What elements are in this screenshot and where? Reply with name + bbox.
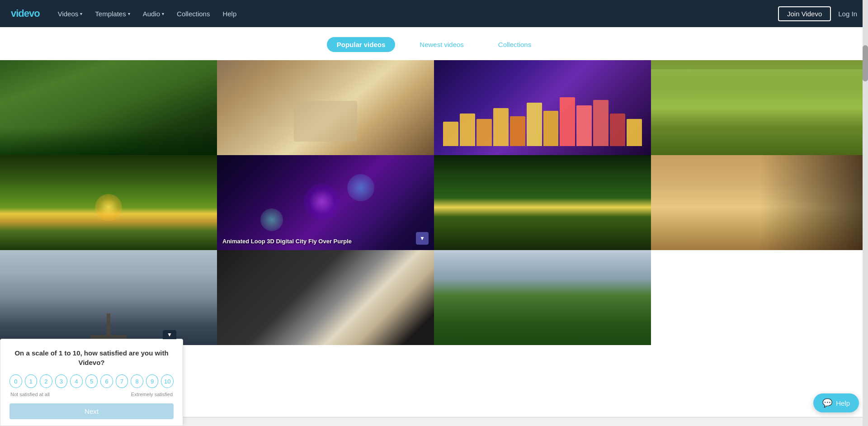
nav-help[interactable]: Help xyxy=(222,10,236,18)
navigation: videvo Videos ▾ Templates ▾ Audio ▾ Coll… xyxy=(0,0,868,27)
logo[interactable]: videvo xyxy=(11,8,40,19)
video-item[interactable] xyxy=(217,250,434,345)
nav-actions: Join Videvo Log In xyxy=(778,6,857,21)
video-item[interactable] xyxy=(651,155,868,250)
video-item[interactable]: Animated Loop 3D Digital City Fly Over P… xyxy=(217,155,434,250)
video-grid: Animated Loop 3D Digital City Fly Over P… xyxy=(0,60,868,345)
video-title: Animated Loop 3D Digital City Fly Over P… xyxy=(222,238,352,245)
tab-newest-videos[interactable]: Newest videos xyxy=(410,37,474,52)
chevron-down-icon: ▾ xyxy=(80,11,82,16)
tab-popular-videos[interactable]: Popular videos xyxy=(327,37,396,52)
video-item[interactable] xyxy=(0,60,217,155)
video-item[interactable] xyxy=(0,155,217,250)
video-expand-icon[interactable]: ▼ xyxy=(416,232,429,245)
logo-text: videvo xyxy=(11,8,40,19)
scrollbar-track[interactable] xyxy=(863,0,868,345)
nav-audio[interactable]: Audio ▾ xyxy=(143,10,164,18)
survey-collapse-button[interactable]: ▼ xyxy=(163,330,176,339)
chart-visualization xyxy=(443,92,642,146)
video-item[interactable] xyxy=(434,250,651,345)
video-item[interactable] xyxy=(434,60,651,155)
chevron-down-icon: ▾ xyxy=(162,11,164,16)
nav-collections[interactable]: Collections xyxy=(177,10,210,18)
video-item[interactable] xyxy=(0,250,217,345)
join-button[interactable]: Join Videvo xyxy=(778,6,831,21)
scrollbar-thumb[interactable] xyxy=(863,45,868,81)
video-item[interactable] xyxy=(217,60,434,155)
survey-popup: ▼ On a scale of 1 to 10, how satisfied a… xyxy=(0,339,183,345)
nav-templates[interactable]: Templates ▾ xyxy=(95,10,130,18)
nav-videos[interactable]: Videos ▾ xyxy=(58,10,83,18)
video-item[interactable] xyxy=(434,155,651,250)
tabs-bar: Popular videos Newest videos Collections xyxy=(0,27,868,60)
chevron-down-icon: ▾ xyxy=(128,11,130,16)
video-item[interactable] xyxy=(651,60,868,155)
login-button[interactable]: Log In xyxy=(838,10,857,18)
tab-collections[interactable]: Collections xyxy=(488,37,541,52)
nav-links: Videos ▾ Templates ▾ Audio ▾ Collections… xyxy=(58,10,778,18)
